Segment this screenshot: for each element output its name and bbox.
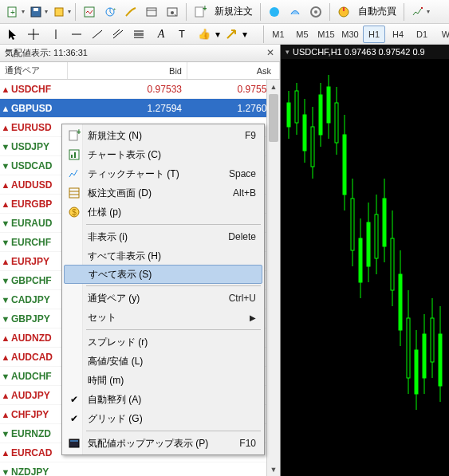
timeframe-m5[interactable]: M5 bbox=[291, 26, 313, 43]
fibo-tool[interactable] bbox=[129, 26, 148, 43]
col-symbol[interactable]: 通貨ペア bbox=[0, 62, 68, 79]
navigator-toggle[interactable]: + bbox=[100, 2, 120, 22]
new-order-button[interactable]: + bbox=[191, 2, 210, 22]
timeframe-d1[interactable]: D1 bbox=[411, 26, 433, 43]
timeframe-h1[interactable]: H1 bbox=[363, 26, 385, 43]
svg-rect-53 bbox=[367, 222, 370, 266]
direction-icon: ▲ bbox=[0, 333, 11, 343]
col-ask[interactable]: Ask bbox=[187, 62, 280, 79]
close-icon[interactable]: ✕ bbox=[264, 46, 277, 59]
market-watch-toggle[interactable] bbox=[80, 2, 99, 22]
menu-item[interactable]: すべて表示 (S) bbox=[64, 265, 262, 284]
scroll-down-icon[interactable]: ▼ bbox=[267, 462, 280, 476]
svg-rect-51 bbox=[359, 238, 362, 282]
save-button[interactable] bbox=[26, 2, 45, 22]
shortcut-label: Ctrl+U bbox=[229, 293, 262, 304]
scroll-thumb[interactable] bbox=[269, 94, 278, 142]
shortcut-label: Delete bbox=[228, 231, 262, 242]
autotrade-label[interactable]: 自動売買 bbox=[355, 5, 400, 18]
panel-title: 気配値表示: 11:36:31 ✕ bbox=[0, 45, 280, 62]
cursor-tool[interactable] bbox=[3, 26, 22, 43]
chart-area[interactable]: ▾ USDCHF,H1 0.97463 0.97542 0.9 bbox=[281, 45, 449, 476]
dropdown-icon[interactable]: ▾ bbox=[68, 8, 71, 15]
vline-tool[interactable] bbox=[46, 26, 65, 43]
menu-item[interactable]: チャート表示 (C) bbox=[64, 145, 262, 164]
menu-item[interactable]: スプレッド (r) bbox=[64, 332, 262, 352]
strategy-tester-toggle[interactable] bbox=[163, 2, 182, 22]
menu-label: 非表示 (i) bbox=[85, 230, 228, 244]
menu-item[interactable]: セット▶ bbox=[64, 308, 262, 327]
svg-point-17 bbox=[314, 10, 317, 14]
timeframe-w[interactable]: W bbox=[435, 26, 449, 43]
direction-icon: ▼ bbox=[0, 161, 11, 171]
svg-rect-47 bbox=[343, 135, 346, 195]
new-order-label[interactable]: 新規注文 bbox=[211, 5, 256, 18]
menu-item[interactable]: +新規注文 (N)F9 bbox=[64, 126, 262, 145]
menu-item[interactable]: $仕様 (p) bbox=[64, 203, 262, 222]
symbol-row-nzdjpy[interactable]: ▼NZDJPY bbox=[0, 462, 280, 476]
direction-icon: ▲ bbox=[0, 391, 11, 400]
arrow-tool[interactable] bbox=[222, 26, 241, 43]
signals-button[interactable] bbox=[286, 2, 305, 22]
menu-item[interactable]: 気配値ポップアップ表示 (P)F10 bbox=[64, 434, 262, 453]
new-file-button[interactable]: + bbox=[3, 2, 22, 22]
autotrade-button[interactable] bbox=[334, 2, 353, 22]
timeframe-m1[interactable]: M1 bbox=[267, 26, 289, 43]
channel-tool[interactable] bbox=[108, 26, 128, 43]
timeframe-m15[interactable]: M15 bbox=[315, 26, 337, 43]
label-tool[interactable]: T bbox=[172, 26, 191, 43]
menu-label: 通貨ペア (y) bbox=[85, 292, 229, 305]
svg-rect-45 bbox=[335, 103, 338, 143]
menu-item[interactable]: すべて非表示 (H) bbox=[64, 246, 262, 266]
symbol-label: USDCHF bbox=[11, 84, 67, 95]
menu-item[interactable]: 通貨ペア (y)Ctrl+U bbox=[64, 289, 262, 308]
metaquotes-button[interactable] bbox=[265, 2, 284, 22]
symbol-row-usdchf[interactable]: ▲USDCHF0.975330.97552 bbox=[0, 80, 280, 99]
hline-tool[interactable] bbox=[67, 26, 86, 43]
profiles-button[interactable] bbox=[49, 2, 69, 22]
timeframe-h4[interactable]: H4 bbox=[387, 26, 409, 43]
options-button[interactable] bbox=[306, 2, 325, 22]
direction-icon: ▲ bbox=[0, 123, 11, 132]
trendline-tool[interactable] bbox=[88, 26, 107, 43]
symbol-label: USDCAD bbox=[11, 160, 67, 171]
symbol-label: EURCAD bbox=[11, 447, 67, 458]
svg-rect-83 bbox=[70, 440, 78, 442]
dropdown-icon[interactable]: ▾ bbox=[427, 8, 430, 15]
direction-icon: ▲ bbox=[0, 257, 11, 266]
text-tool[interactable]: A bbox=[152, 26, 171, 43]
scrollbar[interactable]: ▲ ▼ bbox=[266, 80, 280, 476]
menu-item[interactable]: ✔グリッド (G) bbox=[64, 409, 262, 428]
menu-item[interactable]: 高値/安値 (L) bbox=[64, 352, 262, 371]
timeframe-m30[interactable]: M30 bbox=[339, 26, 361, 43]
menu-item[interactable]: 板注文画面 (D)Alt+B bbox=[64, 183, 262, 203]
direction-icon: ▼ bbox=[0, 467, 11, 477]
chevron-down-icon[interactable]: ▾ bbox=[286, 48, 289, 56]
plus-green-icon: + bbox=[64, 129, 85, 142]
svg-rect-35 bbox=[295, 91, 298, 123]
dropdown-icon[interactable]: ▾ bbox=[242, 29, 247, 40]
thumb-up-icon[interactable]: 👍 bbox=[195, 26, 214, 43]
dropdown-icon[interactable]: ▾ bbox=[22, 8, 25, 15]
svg-rect-76 bbox=[74, 152, 76, 158]
scroll-up-icon[interactable]: ▲ bbox=[267, 80, 280, 93]
direction-icon: ▼ bbox=[0, 238, 11, 247]
svg-rect-19 bbox=[343, 7, 345, 11]
menu-item[interactable]: ✔自動整列 (A) bbox=[64, 390, 262, 409]
menu-label: 時間 (m) bbox=[85, 374, 262, 387]
shortcut-label: Alt+B bbox=[233, 187, 262, 199]
dropdown-icon[interactable]: ▾ bbox=[215, 29, 220, 40]
svg-rect-71 bbox=[439, 334, 442, 386]
terminal-toggle[interactable] bbox=[142, 2, 161, 22]
menu-item[interactable]: 時間 (m) bbox=[64, 371, 262, 390]
menu-item[interactable]: 非表示 (i)Delete bbox=[64, 227, 262, 246]
menu-item[interactable]: ティックチャート (T)Space bbox=[64, 164, 262, 183]
svg-rect-75 bbox=[71, 155, 73, 158]
dropdown-icon[interactable]: ▾ bbox=[45, 8, 48, 15]
data-window-toggle[interactable] bbox=[121, 2, 140, 22]
indicators-button[interactable] bbox=[408, 2, 427, 22]
svg-line-25 bbox=[93, 30, 102, 38]
symbol-row-gbpusd[interactable]: ▲GBPUSD1.275941.27609 bbox=[0, 99, 280, 118]
crosshair-tool[interactable] bbox=[24, 26, 43, 43]
col-bid[interactable]: Bid bbox=[68, 62, 187, 79]
